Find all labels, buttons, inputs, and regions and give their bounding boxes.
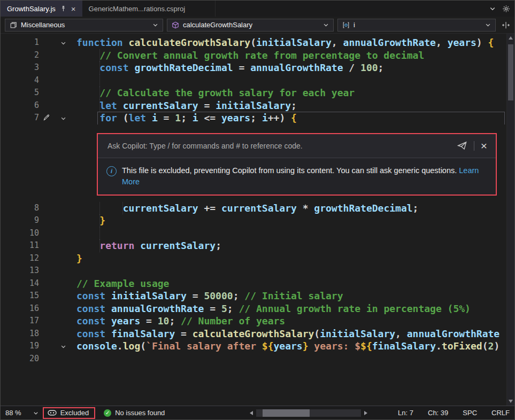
exclusion-message-text: This file is excluded, preventing Copilo… (122, 166, 457, 175)
code-line[interactable]: 7 for (let i = 1; i <= years; i++) { (1, 112, 506, 125)
fold-icon[interactable] (60, 115, 69, 121)
code-line[interactable]: 12} (1, 252, 506, 265)
chevron-down-icon (485, 22, 491, 28)
code-line[interactable]: 11 return currentSalary; (1, 239, 506, 252)
code-line[interactable]: 16const annualGrowthRate = 5; // Annual … (1, 302, 506, 315)
line-number: 17 (1, 315, 39, 328)
line-number: 5 (1, 87, 39, 99)
indent-guide (99, 202, 100, 215)
code-line[interactable]: 2 // Convert annual growth rate from per… (1, 49, 506, 62)
horizontal-scrollbar[interactable] (250, 409, 367, 417)
fold-icon[interactable] (60, 40, 69, 46)
issues-status[interactable]: No issues found (115, 409, 165, 417)
tab-csproj[interactable]: GenericMathem...rations.csproj (82, 1, 216, 17)
line-number: 4 (1, 74, 39, 87)
indent-guide (99, 87, 100, 99)
context-dropdown-value: i (353, 21, 355, 29)
line-number: 10 (1, 227, 39, 240)
copilot-status-button[interactable]: Excluded (43, 407, 95, 419)
pin-icon[interactable] (60, 5, 67, 12)
vertical-scrollbar[interactable] (506, 34, 514, 406)
status-bar: 88 % Excluded ✓ No issues found Ln: 7 (1, 406, 514, 419)
line-number: 7 (1, 112, 39, 125)
code-line[interactable]: 15const initialSalary = 50000; // Initia… (1, 290, 506, 302)
eol-indicator: CRLF (491, 409, 510, 417)
code-line[interactable]: 19console.log(`Final salary after ${year… (1, 340, 506, 353)
scroll-down-icon[interactable] (509, 400, 513, 403)
code-editor[interactable]: 1function calculateGrowthSalary(initialS… (1, 34, 506, 406)
line-number: 12 (1, 252, 39, 265)
vertical-scrollbar-thumb[interactable] (508, 44, 513, 100)
close-icon[interactable]: × (71, 5, 76, 13)
member-dropdown-value: calculateGrowthSalary (183, 21, 252, 29)
gear-icon[interactable] (502, 5, 510, 13)
column-indicator: Ch: 39 (428, 409, 448, 417)
tab-bar: GrowthSalary.js × GenericMathem...ration… (1, 1, 514, 17)
tab-label: GrowthSalary.js (7, 5, 56, 13)
line-number: 20 (1, 353, 39, 365)
copilot-input-row: × (98, 134, 496, 158)
indent-indicator: SPC (463, 409, 477, 417)
line-number: 15 (1, 290, 39, 302)
line-number: 8 (1, 202, 39, 215)
line-indicator: Ln: 7 (398, 409, 413, 417)
send-icon[interactable] (457, 141, 467, 151)
line-number: 6 (1, 99, 39, 112)
line-number: 2 (1, 49, 39, 62)
code-line[interactable]: 20 (1, 353, 506, 365)
tab-growthsalary[interactable]: GrowthSalary.js × (1, 1, 82, 17)
chevron-down-icon (152, 22, 158, 28)
horizontal-scrollbar-thumb[interactable] (263, 409, 310, 417)
code-line[interactable]: 10 (1, 227, 506, 240)
indent-guide (99, 49, 100, 62)
indent-guide (99, 99, 100, 112)
indent-guide (99, 227, 100, 240)
scroll-right-icon[interactable] (364, 411, 367, 415)
context-dropdown[interactable]: i (337, 19, 496, 32)
copilot-exclusion-message: i This file is excluded, preventing Copi… (98, 158, 496, 195)
copilot-icon (48, 409, 57, 416)
line-number: 9 (1, 214, 39, 227)
split-editor-icon[interactable] (502, 21, 510, 29)
code-lines-top: 1function calculateGrowthSalary(initialS… (1, 36, 506, 125)
scroll-up-icon[interactable] (509, 36, 513, 40)
project-icon (10, 21, 17, 29)
zoom-level[interactable]: 88 % (1, 409, 21, 417)
line-number: 11 (1, 239, 39, 252)
copilot-status-label: Excluded (60, 409, 89, 417)
copilot-inline-chat: × i This file is excluded, preventing Co… (97, 133, 497, 196)
line-number: 18 (1, 328, 39, 340)
member-icon (342, 21, 350, 29)
code-line[interactable]: 1function calculateGrowthSalary(initialS… (1, 36, 506, 49)
info-icon: i (106, 166, 117, 176)
code-line[interactable]: 6 let currentSalary = initialSalary; (1, 99, 506, 112)
code-lines-bottom: 8 currentSalary += currentSalary * growt… (1, 202, 506, 365)
code-line[interactable]: 5 // Calculate the growth salary for eac… (1, 87, 506, 99)
code-line[interactable]: 17const years = 10; // Number of years (1, 315, 506, 328)
code-line[interactable]: 3 const growthRateDecimal = annualGrowth… (1, 61, 506, 74)
fold-icon[interactable] (60, 344, 69, 349)
chevron-down-icon[interactable] (33, 410, 39, 416)
copilot-input[interactable] (106, 141, 457, 151)
line-number: 14 (1, 277, 39, 290)
code-line[interactable]: 18const finalSalary = calculateGrowthSal… (1, 328, 506, 340)
close-icon[interactable]: × (481, 140, 487, 151)
editor-window: GrowthSalary.js × GenericMathem...ration… (0, 0, 515, 420)
indent-guide (99, 239, 100, 252)
code-line[interactable]: 8 currentSalary += currentSalary * growt… (1, 202, 506, 215)
horizontal-scrollbar-track[interactable] (256, 409, 361, 417)
scroll-left-icon[interactable] (250, 411, 253, 415)
member-dropdown[interactable]: calculateGrowthSalary (167, 19, 334, 32)
separator (474, 141, 474, 151)
pencil-icon[interactable] (43, 114, 50, 121)
code-line[interactable]: 14// Example usage (1, 277, 506, 290)
code-line[interactable]: 4 (1, 74, 506, 87)
chevron-down-icon[interactable] (489, 5, 496, 12)
cube-icon (172, 21, 179, 29)
code-line[interactable]: 13 (1, 265, 506, 277)
navigation-bar: Miscellaneous calculateGrowthSalary i (1, 17, 514, 34)
check-icon: ✓ (104, 409, 111, 417)
code-line[interactable]: 9 } (1, 214, 506, 227)
project-dropdown[interactable]: Miscellaneous (5, 19, 163, 32)
project-dropdown-value: Miscellaneous (21, 21, 65, 29)
